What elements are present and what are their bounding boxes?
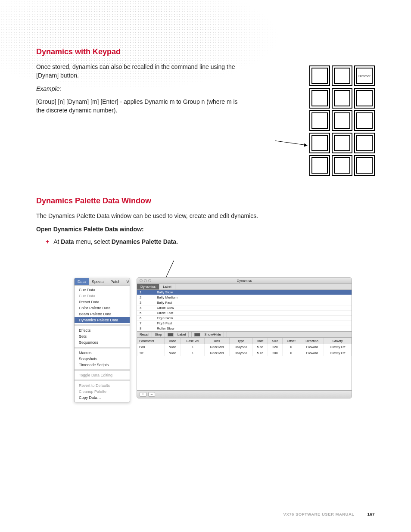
list-item[interactable]: 8Roller Slow (137, 326, 352, 331)
list-num: 6 (137, 316, 154, 320)
list-num: 2 (137, 295, 154, 300)
col-header[interactable]: Offset (282, 338, 300, 344)
list-item[interactable]: 4Circle Slow (137, 305, 352, 311)
menu-item[interactable]: Sequences (75, 339, 130, 345)
col-header[interactable]: Bias (205, 338, 229, 344)
table-row[interactable]: Tilt None 1 Rock Mid Ballyhoo 5.16 200 0… (137, 350, 352, 356)
menu-separator (75, 324, 130, 326)
section1-para1: Once stored, dynamics can also be recall… (36, 62, 247, 80)
bullet-plus-icon: + (46, 238, 49, 245)
cell: 0 (282, 344, 300, 350)
col-header[interactable]: Base Val (181, 338, 205, 344)
list-label: Fig 8 Slow (154, 316, 352, 320)
menu-separator (75, 369, 130, 371)
showhide-toggle[interactable]: Show/Hide (192, 332, 227, 337)
keypad-key (332, 133, 352, 153)
keypad-key (332, 65, 352, 86)
keypad-illustration: Dimmer (309, 65, 375, 176)
label-text: Label (175, 332, 189, 337)
page-footer: VX76 SOFTWARE USER MANUAL 167 (36, 512, 375, 516)
menu-separator (75, 347, 130, 348)
bullet-mid: menu, select (74, 238, 112, 245)
footer-page-number: 167 (367, 512, 375, 516)
menu-item[interactable]: Preset Data (75, 299, 130, 305)
cell: Rock Mid (205, 344, 229, 350)
list-num: 4 (137, 305, 154, 310)
subtoolbar: Recall Stop Label Show/Hide (137, 331, 352, 338)
col-header[interactable]: Gravity (324, 338, 352, 344)
window-tabs: Dynamics Label (137, 284, 352, 290)
cell: None (164, 350, 181, 356)
window-titlebar: Dynamics (137, 278, 352, 284)
col-header[interactable]: Rate (252, 338, 268, 344)
menu-item[interactable]: Cleanup Palette (75, 389, 130, 395)
menu-item[interactable]: Color Palette Data (75, 305, 130, 311)
cell: 5.66 (252, 344, 268, 350)
checkbox-icon (194, 333, 200, 336)
list-item[interactable]: 6Fig 8 Slow (137, 316, 352, 321)
keypad-key (309, 88, 330, 109)
tab-label[interactable]: Label (159, 284, 175, 289)
col-header[interactable]: Direction (300, 338, 324, 344)
recall-button[interactable]: Recall (137, 332, 152, 337)
list-label: Bally Medium (154, 295, 352, 300)
label-toggle[interactable]: Label (165, 332, 192, 337)
list-item[interactable]: 7Fig 8 Fast (137, 321, 352, 326)
menu-item[interactable]: Timecode Scripts (75, 362, 130, 368)
list-label: Bally Slow (154, 290, 352, 295)
keypad-key (332, 88, 352, 109)
menu-items: Cue Data Cue Data Preset Data Color Pale… (75, 286, 130, 402)
col-header[interactable]: Base (164, 338, 181, 344)
menu-tab-v[interactable]: V (124, 278, 130, 285)
list-num: 1 (137, 290, 154, 295)
menu-item[interactable]: Cue Data (75, 287, 130, 293)
remove-button[interactable]: − (148, 392, 155, 397)
menu-item[interactable]: Macros (75, 350, 130, 356)
col-header[interactable]: Size (268, 338, 283, 344)
stop-button[interactable]: Stop (152, 332, 165, 337)
menu-tab-data[interactable]: Data (75, 278, 89, 285)
cell: Gravity Off (324, 344, 352, 350)
col-header[interactable]: Parameter (137, 338, 165, 344)
menu-item[interactable]: Revert to Defaults (75, 383, 130, 389)
menu-item[interactable]: Snapshots (75, 356, 130, 362)
list-item[interactable]: 3Bally Fast (137, 300, 352, 305)
window-statusbar: + − (137, 390, 352, 398)
list-item[interactable]: 5Circle Fast (137, 311, 352, 316)
screenshot-composite: Data Special Patch V Cue Data Cue Data P… (36, 261, 375, 407)
menu-item[interactable]: Cue Data (75, 293, 130, 299)
footer-manual-title: VX76 SOFTWARE USER MANUAL (283, 512, 355, 516)
menu-item[interactable]: Sets (75, 333, 130, 339)
menu-bar: Data Special Patch V (75, 278, 130, 286)
list-num: 7 (137, 321, 154, 326)
list-num: 5 (137, 311, 154, 315)
cell: 1 (181, 344, 205, 350)
bullet-text: At Data menu, select Dynamics Palette Da… (53, 238, 178, 245)
menu-item-selected[interactable]: Dynamics Palette Data (75, 317, 130, 323)
list-label: Fig 8 Fast (154, 321, 352, 326)
keypad-key (354, 110, 375, 131)
add-button[interactable]: + (140, 392, 146, 397)
list-label: Circle Fast (154, 311, 352, 315)
list-item[interactable]: 2Bally Medium (137, 295, 352, 300)
menu-item[interactable]: Toggle Data Editing (75, 372, 130, 378)
menu-item[interactable]: Beam Palette Data (75, 311, 130, 317)
list-item[interactable]: 1Bally Slow (137, 290, 352, 295)
keypad-key (309, 110, 330, 131)
cell: 0 (282, 350, 300, 356)
keypad-key (309, 133, 330, 153)
tab-dynamics[interactable]: Dynamics (137, 284, 159, 289)
col-header[interactable]: Type (229, 338, 252, 344)
section1-body: Once stored, dynamics can also be recall… (36, 62, 247, 115)
menu-item[interactable]: Copy Data… (75, 395, 130, 401)
bullet-bold2: Dynamics Palette Data. (112, 238, 178, 245)
menu-item[interactable]: Effects (75, 327, 130, 333)
table-row[interactable]: Pan None 1 Rock Mid Ballyhoo 5.66 220 0 … (137, 344, 352, 350)
cell: Ballyhoo (229, 344, 252, 350)
list-label: Roller Slow (154, 326, 352, 331)
cell: Pan (137, 344, 165, 350)
list-num: 3 (137, 300, 154, 305)
cell: 1 (181, 350, 205, 356)
menu-tab-patch[interactable]: Patch (108, 278, 124, 285)
menu-tab-special[interactable]: Special (89, 278, 108, 285)
